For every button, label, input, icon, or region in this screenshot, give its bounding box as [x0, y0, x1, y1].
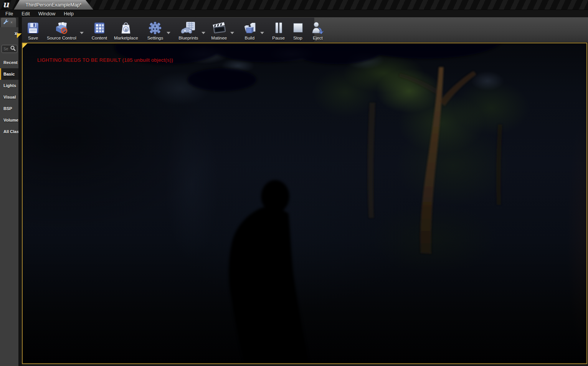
map-tab-title: ThirdPersonExampleMap* [26, 2, 82, 8]
search-icon [10, 46, 16, 53]
mode-item-lights[interactable]: Lights [0, 80, 18, 91]
title-bar: u ThirdPersonExampleMap* [0, 0, 588, 10]
search-input[interactable] [3, 47, 10, 51]
settings-gear-icon [148, 20, 162, 36]
settings-dropdown-arrow-icon[interactable] [167, 32, 170, 34]
toolbar-button-label: Content [92, 36, 107, 40]
blueprints-dropdown-arrow-icon[interactable] [202, 32, 205, 34]
floppy-disk-icon [26, 20, 40, 36]
main-toolbar: Save Source Control [0, 17, 588, 43]
toolbar-button-label: Settings [147, 36, 164, 40]
menu-window[interactable]: Window [34, 11, 59, 16]
blueprints-button[interactable]: Blueprints [175, 18, 202, 42]
toolbar-button-block: Save Source Control [22, 18, 314, 42]
game-viewport[interactable]: LIGHTING NEEDS TO BE REBUILT (185 unbuil… [22, 43, 587, 364]
menu-file[interactable]: File [1, 11, 17, 16]
eject-button[interactable]: Eject [307, 18, 328, 42]
wrench-icon [3, 19, 9, 26]
scene-trees-and-character [23, 43, 586, 363]
mode-item-volumes[interactable]: Volumes [0, 114, 18, 126]
save-button[interactable]: Save [23, 18, 43, 42]
build-blocks-icon [242, 20, 257, 36]
mode-item-bsp[interactable]: BSP [0, 103, 18, 114]
toolbar-button-label: Blueprints [178, 36, 198, 40]
panel-viewport-gap [18, 17, 22, 366]
build-dropdown-arrow-icon[interactable] [260, 32, 264, 34]
mode-item-recent[interactable]: Recent [0, 57, 18, 68]
marketplace-button[interactable]: u Marketplace [111, 18, 142, 42]
content-browser-grid-icon [92, 20, 106, 36]
unreal-engine-logo-icon: u [3, 0, 14, 10]
modes-tab-well: × [0, 17, 18, 27]
source-control-dropdown-arrow-icon[interactable] [80, 32, 84, 34]
marketplace-bag-icon: u [119, 20, 132, 36]
toolbar-button-label: Save [28, 36, 38, 40]
mode-item-basic[interactable]: Basic [0, 68, 18, 80]
stop-icon [292, 20, 304, 36]
modes-panel: × » Recent Basic Lights Visual BS [0, 17, 18, 366]
lighting-rebuild-warning: LIGHTING NEEDS TO BE REBUILT (185 unbuil… [37, 57, 173, 63]
pause-button[interactable]: Pause [269, 18, 288, 42]
mode-category-list: Recent Basic Lights Visual BSP Volumes A… [0, 57, 18, 137]
mode-item-all-classes[interactable]: All Classes [0, 126, 18, 137]
stop-button[interactable]: Stop [288, 18, 307, 42]
toolbar-button-label: Marketplace [114, 36, 138, 40]
menu-bar: File Edit Window Help [0, 10, 588, 17]
eject-person-icon [311, 20, 325, 36]
menu-edit[interactable]: Edit [17, 11, 34, 16]
modes-panel-tab[interactable]: × [1, 18, 16, 27]
toolbar-button-label: Eject [313, 36, 323, 40]
toolbar-button-label: Source Control [47, 36, 76, 40]
source-control-box-icon [54, 20, 69, 36]
menu-help[interactable]: Help [59, 11, 78, 16]
toolbar-button-label: Matinee [211, 36, 227, 40]
toolbar-button-label: Pause [272, 36, 285, 40]
matinee-clapperboard-icon [211, 20, 227, 36]
settings-button[interactable]: Settings [144, 18, 167, 42]
pause-icon [273, 20, 284, 36]
close-icon[interactable]: × [10, 21, 13, 25]
matinee-button[interactable]: Matinee [208, 18, 230, 42]
toolbar-button-label: Stop [293, 36, 302, 40]
build-button[interactable]: Build [239, 18, 260, 42]
source-control-button[interactable]: Source Control [43, 18, 80, 42]
map-tab[interactable]: ThirdPersonExampleMap* [14, 0, 93, 10]
blueprints-gamepad-icon [181, 20, 196, 36]
matinee-dropdown-arrow-icon[interactable] [230, 32, 234, 34]
toolbar-button-label: Build [244, 36, 254, 40]
content-button[interactable]: Content [88, 18, 111, 42]
active-viewport-corner-marker [23, 43, 28, 48]
svg-text:u: u [125, 27, 128, 32]
mode-item-visual[interactable]: Visual [0, 91, 18, 103]
unreal-editor-window: u ThirdPersonExampleMap* File Edit Windo… [0, 0, 588, 366]
active-panel-corner-marker [17, 33, 22, 38]
modes-search-box[interactable] [2, 45, 17, 53]
